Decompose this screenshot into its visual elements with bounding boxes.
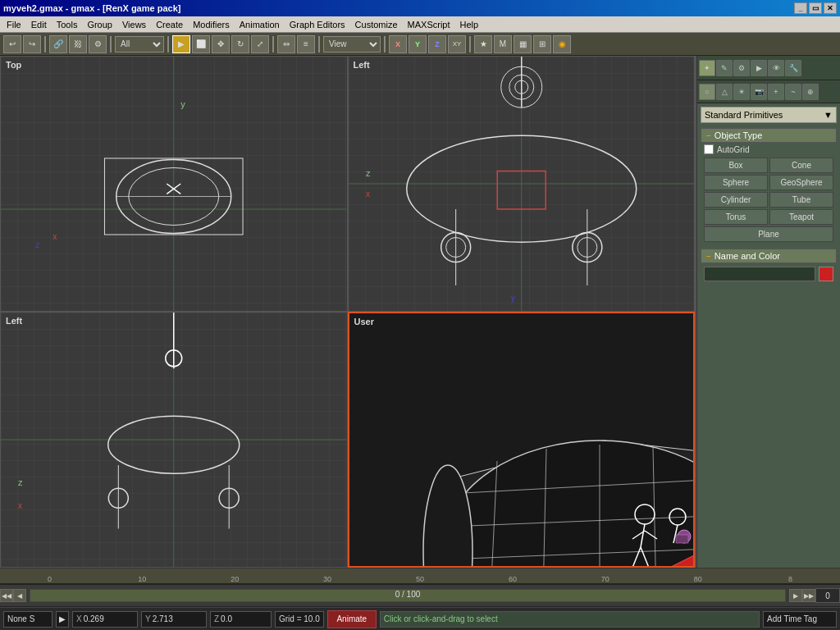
motion-tab[interactable]: ▶ [751,60,767,76]
viewport-left-bottom[interactable]: Left [0,312,348,568]
timeline-bar[interactable]: 0 / 100 [30,589,786,602]
cylinder-btn[interactable]: Cylinder [704,192,768,208]
object-type-header[interactable]: − Object Type [701,128,837,143]
z-axis-btn[interactable]: Z [428,35,446,53]
create-tab[interactable]: ✦ [699,60,715,76]
timeline-prev-btn[interactable]: ◀◀ [0,589,13,602]
viewport-left-top[interactable]: Left [348,56,696,312]
named-sel-btn[interactable]: ★ [474,35,492,53]
menu-group[interactable]: Group [82,19,117,30]
add-tag-field: ▶ [56,611,69,628]
menu-modifiers[interactable]: Modifiers [188,19,235,30]
box-btn[interactable]: Box [704,158,768,173]
grid-field: Grid = 10.0 [275,611,324,628]
select-region-btn[interactable]: ⬜ [192,35,210,53]
shapes-btn[interactable]: △ [716,84,733,100]
undo-btn[interactable]: ↩ [3,35,21,53]
selection-filter-dropdown[interactable]: All [115,36,164,52]
maximize-btn[interactable]: ▭ [809,2,822,14]
y-field[interactable]: Y 2.713 [141,611,207,628]
color-swatch[interactable] [819,267,833,281]
x-field[interactable]: X 0.269 [72,611,138,628]
menu-customize[interactable]: Customize [350,19,403,30]
separator5 [318,36,320,52]
bind-btn[interactable]: ⚙ [89,35,107,53]
select-btn[interactable]: ▶ [172,35,190,53]
none-label: None S [7,614,34,623]
select-link-btn[interactable]: 🔗 [49,35,67,53]
toolbar: ↩ ↪ 🔗 ⛓ ⚙ All ▶ ⬜ ✥ ↻ ⤢ ⇔ ≡ View X Y Z X… [0,33,840,56]
geosphere-btn[interactable]: GeoSphere [769,175,833,190]
mirror-tool-btn[interactable]: M [494,35,512,53]
ruler-30: 30 [281,575,374,583]
frame-input[interactable] [815,588,840,603]
array-btn[interactable]: ▦ [514,35,532,53]
menu-tools[interactable]: Tools [52,19,83,30]
menu-create[interactable]: Create [151,19,188,30]
cameras-btn[interactable]: 📷 [751,84,767,100]
teapot-btn[interactable]: Teapot [769,209,833,225]
rotate-btn[interactable]: ↻ [231,35,249,53]
align-btn[interactable]: ≡ [297,35,315,53]
x-label: X [76,614,82,623]
timeline-step-fwd-btn[interactable]: ▶ [789,589,802,602]
render-btn[interactable]: ◉ [553,35,571,53]
scale-btn[interactable]: ⤢ [251,35,269,53]
mirror-btn[interactable]: ⇔ [277,35,295,53]
statusbar: None S ▶ X 0.269 Y 2.713 Z 0.0 Grid = 10… [0,607,840,630]
spacewarps-btn[interactable]: ~ [785,84,801,100]
menu-animation[interactable]: Animation [235,19,285,30]
systems-btn[interactable]: ⊕ [802,84,819,100]
unlink-btn[interactable]: ⛓ [69,35,87,53]
menu-graph-editors[interactable]: Graph Editors [285,19,350,30]
modify-tab[interactable]: ✎ [716,60,733,76]
torus-btn[interactable]: Torus [704,209,768,225]
menu-file[interactable]: File [2,19,26,30]
tube-btn[interactable]: Tube [769,192,833,208]
separator7 [469,36,471,52]
utilities-tab[interactable]: 🔧 [785,60,801,76]
z-field[interactable]: Z 0.0 [210,611,272,628]
align-tool-btn[interactable]: ⊞ [533,35,551,53]
name-color-label: Name and Color [714,251,780,261]
autogrid-checkbox[interactable] [704,144,714,154]
geometry-btn[interactable]: ○ [699,84,715,100]
menu-maxscript[interactable]: MAXScript [403,19,455,30]
hierarchy-tab[interactable]: ⚙ [733,60,750,76]
move-btn[interactable]: ✥ [212,35,230,53]
animate-label: Animate [336,614,367,623]
timeline-next-btn[interactable]: ▶▶ [802,589,815,602]
ruler-70: 70 [559,575,651,583]
name-color-header[interactable]: − Name and Color [701,249,837,263]
primitives-label: Standard Primitives [705,110,783,120]
viewports: Top [0,56,696,568]
menu-views[interactable]: Views [117,19,151,30]
name-input-field[interactable] [704,267,815,281]
redo-btn[interactable]: ↪ [23,35,41,53]
x-axis-btn[interactable]: X [389,35,407,53]
viewport-top[interactable]: Top [0,56,348,312]
grid-label: Grid = 10.0 [279,614,320,623]
lights-btn[interactable]: ☀ [733,84,750,100]
timeline-step-back-btn[interactable]: ◀ [13,589,26,602]
display-tab[interactable]: 👁 [768,60,784,76]
sphere-btn[interactable]: Sphere [704,175,768,190]
viewport-user[interactable]: User [348,312,696,568]
minimize-btn[interactable]: _ [794,2,807,14]
menu-edit[interactable]: Edit [26,19,52,30]
svg-text:y: y [511,294,515,303]
plane-btn[interactable]: Plane [704,226,833,242]
time-tag-field[interactable]: Add Time Tag [763,611,837,628]
object-type-label: Object Type [714,130,763,140]
menu-help[interactable]: Help [455,19,484,30]
helpers-btn[interactable]: + [768,84,784,100]
cone-btn[interactable]: Cone [769,158,833,173]
primitives-dropdown[interactable]: Standard Primitives ▼ [701,107,837,123]
panel-icons-row2: ○ △ ☀ 📷 + ~ ⊕ [697,80,840,103]
xy-axis-btn[interactable]: XY [448,35,466,53]
close-btn[interactable]: ✕ [824,2,837,14]
y-axis-btn[interactable]: Y [409,35,427,53]
autogrid-label: AutoGrid [717,145,749,154]
animate-btn[interactable]: Animate [327,610,377,628]
view-dropdown[interactable]: View [323,36,381,52]
